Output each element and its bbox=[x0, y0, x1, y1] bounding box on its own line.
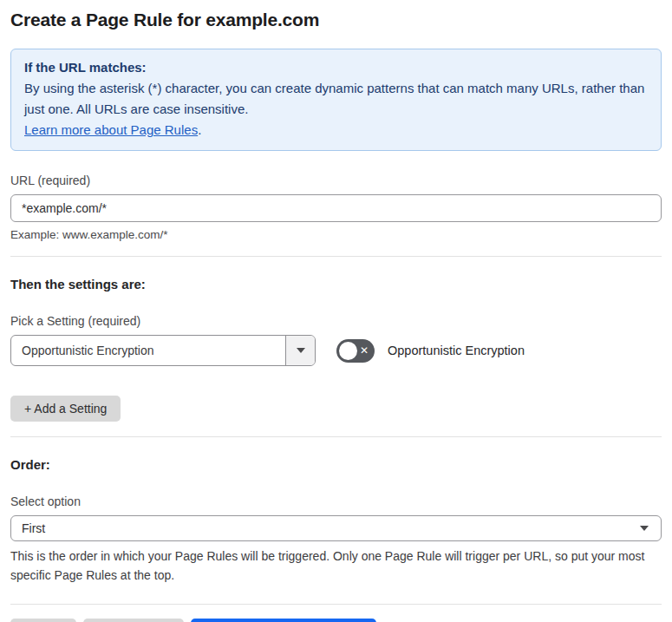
setting-row: Opportunistic Encryption ✕ Opportunistic… bbox=[10, 335, 662, 366]
toggle-knob bbox=[339, 342, 357, 360]
info-box-body: By using the asterisk (*) character, you… bbox=[24, 78, 648, 120]
toggle-setting-label: Opportunistic Encryption bbox=[388, 344, 525, 357]
order-section-heading: Order: bbox=[10, 457, 662, 472]
url-field-label: URL (required) bbox=[10, 174, 662, 187]
cancel-button[interactable]: Cancel bbox=[10, 619, 76, 622]
url-example-helper: Example: www.example.com/* bbox=[10, 228, 662, 241]
save-draft-button[interactable]: Save as Draft bbox=[83, 619, 185, 622]
add-setting-button[interactable]: + Add a Setting bbox=[10, 396, 121, 422]
form-actions: Cancel Save as Draft Save and Deploy Pag… bbox=[10, 619, 662, 622]
url-match-info-box: If the URL matches: By using the asteris… bbox=[10, 49, 662, 151]
setting-toggle-group: ✕ Opportunistic Encryption bbox=[336, 339, 525, 363]
order-select-label: Select option bbox=[10, 494, 662, 508]
setting-select[interactable]: Opportunistic Encryption bbox=[10, 335, 316, 366]
settings-section-heading: Then the settings are: bbox=[10, 277, 662, 291]
divider bbox=[10, 436, 662, 437]
opportunistic-encryption-toggle[interactable]: ✕ bbox=[336, 339, 375, 363]
order-helper-text: This is the order in which your Page Rul… bbox=[10, 547, 662, 585]
divider bbox=[10, 604, 662, 605]
page-rule-form: Create a Page Rule for example.com If th… bbox=[0, 10, 672, 622]
info-box-heading: If the URL matches: bbox=[24, 57, 648, 78]
order-select[interactable]: First bbox=[10, 515, 662, 541]
chevron-down-icon bbox=[297, 348, 305, 353]
chevron-down-icon bbox=[640, 526, 649, 531]
setting-select-value: Opportunistic Encryption bbox=[11, 336, 285, 365]
pick-setting-label: Pick a Setting (required) bbox=[10, 314, 662, 328]
page-title: Create a Page Rule for example.com bbox=[10, 10, 662, 30]
divider bbox=[10, 256, 662, 257]
order-select-value: First bbox=[22, 521, 45, 535]
url-input[interactable] bbox=[10, 194, 662, 222]
toggle-off-x-icon: ✕ bbox=[360, 339, 369, 363]
link-suffix: . bbox=[198, 122, 201, 137]
setting-select-arrow-button[interactable] bbox=[285, 336, 315, 365]
info-box-link-line: Learn more about Page Rules. bbox=[24, 120, 648, 141]
save-deploy-button[interactable]: Save and Deploy Page Rule bbox=[191, 619, 376, 622]
learn-more-link[interactable]: Learn more about Page Rules bbox=[24, 122, 198, 137]
